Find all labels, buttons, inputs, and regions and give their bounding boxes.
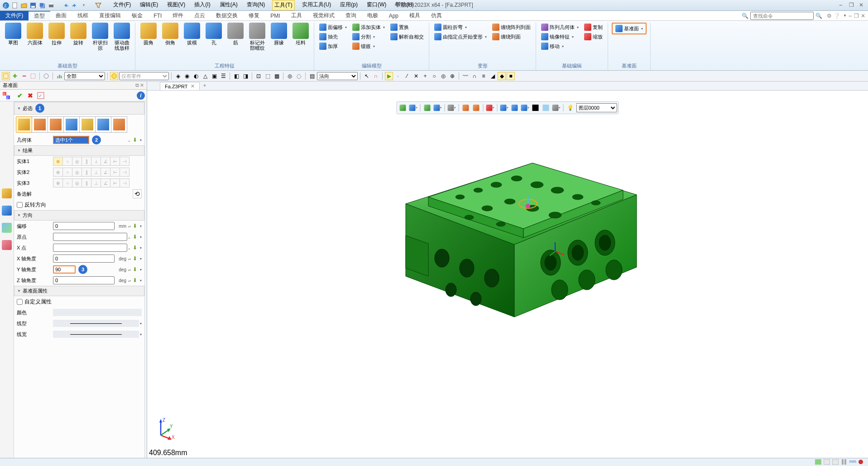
dock-assembly-icon[interactable] [2,188,12,198]
ribbon-tab-direct[interactable]: 直接编辑 [94,11,126,20]
offset-input[interactable] [53,222,115,230]
cursor-icon[interactable]: ↖ [363,72,371,80]
mode12-icon[interactable]: 12 [2,91,11,100]
origin-chev-icon[interactable]: ⌄ [127,235,133,240]
ft14-icon[interactable]: ▤ [308,72,316,80]
menu-query[interactable]: 查询(N) [245,0,267,10]
ft7-icon[interactable]: ◧ [232,72,240,80]
ok-button[interactable]: ✔ [15,91,24,100]
search-go-icon[interactable]: 🔍 [815,13,822,19]
layer-select[interactable]: 图层0000 [576,103,617,112]
type-btn-6[interactable] [95,116,111,133]
faceoffset-button[interactable]: 面偏移▾ [318,23,348,32]
revolve-button[interactable]: 旋转 [69,23,88,45]
ribbon-tab-weld[interactable]: 焊件 [167,11,189,20]
filter-chart-icon[interactable] [55,72,63,80]
move-button[interactable]: 移动▾ [540,42,580,51]
xpt-pick-icon[interactable]: ⬇ [133,245,139,251]
zang-input[interactable] [53,276,115,284]
doc-close-icon[interactable]: ✕ [861,13,865,19]
panel-pin-icon[interactable]: ⧉ [135,82,139,88]
fillet-button[interactable]: 圆角 [139,23,158,45]
vt-iso-icon[interactable]: ▾ [409,103,418,112]
ft9-icon[interactable]: ⊡ [254,72,263,80]
ribbon-tab-pointcloud[interactable]: 点云 [189,11,211,20]
e1-dist-icon[interactable]: ⊢ [110,157,120,166]
ft5-icon[interactable]: ▣ [210,72,218,80]
xang-input[interactable] [53,255,115,263]
linewidth-select[interactable] [53,331,139,338]
apply-button[interactable]: ✓ [36,91,45,100]
replace-button[interactable]: 置换 [389,23,425,32]
vt-axis-icon[interactable] [510,103,519,112]
command-search[interactable] [750,12,814,20]
reverse-checkbox[interactable] [17,202,23,208]
sketch-button[interactable]: 草图 [4,23,23,45]
geometry-pick-icon[interactable]: ⬇ [133,137,139,143]
ribbon-tab-sheet[interactable]: 钣金 [126,11,148,20]
e2-c7-icon[interactable]: ⊢ [110,168,120,177]
zang-pick-icon[interactable]: ⬇ [133,277,139,283]
ribbon-tab-repair[interactable]: 修复 [243,11,265,20]
blank-button[interactable]: 坯料 [291,23,310,45]
section-result[interactable]: 结果 [14,145,144,156]
menu-edit[interactable]: 编辑(E) [138,0,160,10]
s11-icon[interactable]: ◢ [489,72,497,80]
s5-icon[interactable]: ○ [430,72,438,80]
e3-c4-icon[interactable]: ∥ [82,178,91,187]
settings-icon[interactable]: ⚙ [827,13,832,19]
minimize-icon[interactable]: ‒ [839,2,846,9]
menu-help[interactable]: 帮助(H) [393,0,416,10]
viewport[interactable]: ▾ ▾ ▾ ▾ ▾ ▾ ▾ 💡 图层0000 [147,91,868,458]
intersect-button[interactable]: 解析自相交 [389,32,425,41]
wrapto-button[interactable]: 缠绕到面 [491,32,532,41]
split-button[interactable]: 分割▾ [351,32,386,41]
s1-icon[interactable]: · [394,72,402,80]
ribbon-tab-tool[interactable]: 工具 [286,11,307,20]
lip-button[interactable]: 唇缘 [269,23,288,45]
filter-geom-icon[interactable] [42,72,50,80]
menu-insert[interactable]: 插入(I) [192,0,212,10]
ribbon-tab-surface[interactable]: 曲面 [50,11,72,20]
custom-checkbox[interactable] [17,299,23,305]
e3-c5-icon[interactable]: ⊥ [91,178,101,187]
s13-icon[interactable]: ■ [507,72,515,80]
vt-plane-icon[interactable]: ▾ [500,103,509,112]
box-button[interactable]: 六面体 [25,23,44,45]
ptdeform-button[interactable]: 由指定点开始变形▾ [433,32,488,41]
copy-button[interactable]: 复制 [583,23,604,32]
menu-tools[interactable]: 工具(T) [272,0,294,10]
close-icon[interactable]: ✕ [859,2,866,9]
vt-color1[interactable] [531,103,540,112]
doc-minimize-icon[interactable]: ‒ [849,13,852,19]
ribbon-tab-sim[interactable]: 仿真 [426,11,447,20]
geometry-input[interactable] [53,136,89,144]
help-icon[interactable]: ❔ [834,13,840,19]
app-icon[interactable]: Z [2,1,10,10]
type-btn-4[interactable] [63,116,80,133]
scale-button[interactable]: 缩放 [583,32,604,41]
sb-icon4[interactable] [841,459,848,466]
vector-select[interactable]: 法向 [317,72,358,80]
redo-icon[interactable] [71,1,79,10]
vt-section-icon[interactable]: ▾ [447,103,456,112]
ribbon-tab-mold[interactable]: 模具 [404,11,426,20]
doc-tab-add[interactable]: + [200,82,210,90]
offset-spinner[interactable]: ▴▾ [128,225,133,228]
sb-unit-icon[interactable]: mm [849,459,857,466]
filter-partonly-select[interactable]: 仅有零件 [119,72,169,80]
e3-c6-icon[interactable]: ∠ [101,178,110,187]
mirror-button[interactable]: 镜像特征▾ [540,32,580,41]
e3-c3-icon[interactable]: ◎ [72,178,82,187]
e1-tangent-icon[interactable]: ○ [62,157,72,166]
play-icon[interactable]: ▶ [385,72,393,80]
ft2-icon[interactable]: ◉ [183,72,191,80]
linetype-select[interactable] [53,320,139,327]
ft10-icon[interactable]: ⬚ [264,72,272,80]
e2-c3-icon[interactable]: ◎ [72,168,82,177]
ft6-icon[interactable]: ☰ [219,72,227,80]
e1-coincident-icon[interactable]: ⊕ [53,157,63,166]
ft11-icon[interactable]: ▦ [273,72,281,80]
e2-c2-icon[interactable]: ○ [62,168,72,177]
undo-icon[interactable] [62,1,70,10]
